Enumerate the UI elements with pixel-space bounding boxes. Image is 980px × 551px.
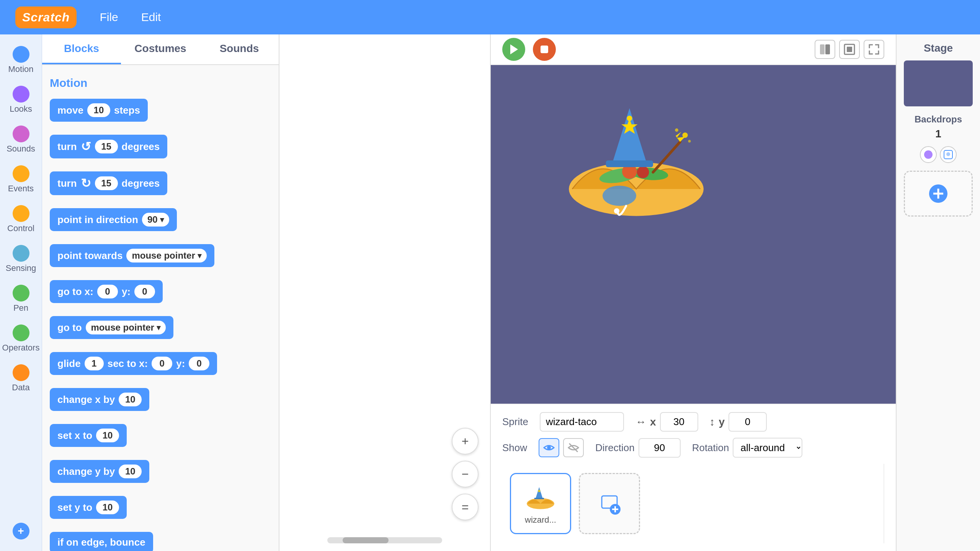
- sidebar-item-pen[interactable]: Pen: [2, 281, 40, 317]
- block-glide-sec-label: sec to x:: [108, 358, 148, 370]
- category-sidebar: Motion Looks Sounds Events Control Sensi…: [0, 34, 42, 551]
- zoom-out-button[interactable]: −: [452, 461, 479, 487]
- block-goto-xy-label: go to x:: [57, 286, 93, 298]
- block-change-x[interactable]: change x by: [50, 388, 149, 411]
- block-goto-label: go to: [57, 322, 82, 334]
- horizontal-scrollbar[interactable]: [327, 537, 442, 543]
- svg-marker-25: [536, 487, 542, 498]
- sidebar-item-operators[interactable]: Operators: [2, 321, 40, 357]
- block-point-towards[interactable]: point towards mouse pointer: [50, 244, 214, 267]
- stage-fullscreen-btn[interactable]: [864, 40, 884, 59]
- stage-panel: Sprite ↔ x ↕ y Show: [490, 34, 896, 551]
- block-set-x-label: set x to: [57, 430, 92, 442]
- sidebar-item-events[interactable]: Events: [2, 161, 40, 197]
- y-label: y: [719, 416, 725, 428]
- rotation-label: Rotation: [692, 442, 729, 454]
- block-set-y[interactable]: set y to: [50, 496, 127, 519]
- scrollbar-thumb: [343, 537, 389, 543]
- blocks-list: Motion move steps turn ↺ degrees: [42, 65, 279, 551]
- sidebar-item-data[interactable]: Data: [2, 360, 40, 396]
- show-visible-btn[interactable]: [539, 438, 559, 457]
- block-turn-right[interactable]: turn ↻ degrees: [50, 171, 167, 195]
- backdrop-photo-btn[interactable]: [940, 146, 957, 163]
- block-glide-y[interactable]: [189, 357, 209, 370]
- x-value-input[interactable]: [660, 412, 698, 432]
- block-goto-y-value[interactable]: [134, 285, 155, 298]
- x-coord-group: ↔ x: [635, 412, 698, 432]
- menu-file[interactable]: File: [100, 11, 118, 24]
- block-glide-label: glide: [57, 358, 81, 370]
- stage-layout-btn2[interactable]: [839, 40, 860, 59]
- block-glide[interactable]: glide sec to x: y:: [50, 352, 217, 375]
- svg-rect-2: [820, 44, 825, 54]
- svg-point-20: [688, 140, 691, 143]
- right-sidebar: Stage Backdrops 1: [896, 34, 980, 551]
- block-set-y-value[interactable]: [96, 500, 119, 514]
- sprite-thumb-wizard[interactable]: wizard...: [510, 473, 571, 534]
- block-glide-x[interactable]: [152, 357, 172, 370]
- sidebar-label-sensing: Sensing: [6, 263, 36, 273]
- show-label: Show: [502, 442, 527, 454]
- add-sprite-button[interactable]: [579, 473, 640, 534]
- block-set-x-value[interactable]: [96, 429, 119, 442]
- svg-point-22: [547, 446, 551, 450]
- block-turn-left-value[interactable]: [95, 140, 118, 153]
- x-label: x: [650, 416, 656, 428]
- block-goto-dropdown[interactable]: mouse pointer: [86, 321, 166, 334]
- x-coord-icon: ↔: [635, 416, 646, 428]
- direction-input[interactable]: [639, 438, 681, 458]
- green-flag-button[interactable]: [502, 38, 525, 61]
- main-layout: Motion Looks Sounds Events Control Sensi…: [0, 34, 980, 551]
- block-change-y-value[interactable]: [119, 465, 142, 478]
- sprite-area-wrap: wizard...: [502, 464, 884, 543]
- tab-blocks[interactable]: Blocks: [42, 34, 121, 64]
- block-turn-right-label: turn: [57, 178, 77, 189]
- block-move-steps[interactable]: move steps: [50, 99, 148, 122]
- stage-view-buttons: [815, 40, 884, 59]
- show-hidden-btn[interactable]: [563, 438, 584, 457]
- sidebar-item-sensing[interactable]: Sensing: [2, 241, 40, 277]
- sidebar-item-looks[interactable]: Looks: [2, 82, 40, 118]
- sidebar-item-control[interactable]: Control: [2, 201, 40, 237]
- block-if-on-edge[interactable]: if on edge, bounce: [50, 532, 153, 551]
- block-goto-x-value[interactable]: [97, 285, 118, 298]
- sprite-name-input[interactable]: [540, 412, 624, 432]
- add-extension-button[interactable]: +: [2, 519, 40, 543]
- rotation-select[interactable]: all-around left-right don't rotate: [733, 438, 802, 458]
- block-go-to-xy[interactable]: go to x: y:: [50, 280, 163, 303]
- blocks-section-title: Motion: [50, 77, 271, 90]
- block-point-dir-dropdown[interactable]: 90: [142, 213, 169, 227]
- stage-layout-btn1[interactable]: [815, 40, 835, 59]
- block-glide-sec[interactable]: [85, 357, 104, 370]
- sidebar-label-sounds: Sounds: [7, 144, 35, 154]
- tab-costumes[interactable]: Costumes: [121, 34, 200, 64]
- backdrop-paint-btn[interactable]: [920, 146, 937, 163]
- add-backdrop-button[interactable]: [904, 171, 973, 217]
- fit-button[interactable]: =: [452, 494, 479, 520]
- zoom-in-button[interactable]: +: [452, 428, 479, 455]
- stage-mini-preview[interactable]: [904, 60, 973, 106]
- menu-edit[interactable]: Edit: [141, 11, 161, 24]
- script-area[interactable]: + − =: [279, 34, 490, 551]
- block-go-to[interactable]: go to mouse pointer: [50, 316, 173, 339]
- block-point-direction[interactable]: point in direction 90: [50, 208, 177, 231]
- y-value-input[interactable]: [728, 412, 767, 432]
- block-turn-left[interactable]: turn ↺ degrees: [50, 135, 167, 158]
- stage-label: Stage: [924, 42, 953, 54]
- sidebar-item-sounds[interactable]: Sounds: [2, 122, 40, 158]
- sprite-thumbnails: wizard...: [510, 469, 876, 538]
- stop-button[interactable]: [533, 38, 556, 61]
- tab-sounds[interactable]: Sounds: [200, 34, 279, 64]
- block-glide-y-label: y:: [176, 358, 185, 370]
- block-turn-right-value[interactable]: [95, 176, 118, 190]
- block-change-y[interactable]: change y by: [50, 460, 149, 483]
- svg-rect-26: [534, 498, 544, 499]
- block-move-value[interactable]: [87, 103, 110, 117]
- sidebar-item-motion[interactable]: Motion: [2, 42, 40, 78]
- svg-point-19: [675, 129, 678, 132]
- block-point-towards-dropdown[interactable]: mouse pointer: [126, 249, 206, 262]
- svg-point-18: [683, 132, 688, 138]
- scratch-logo[interactable]: Scratch: [15, 7, 77, 28]
- block-change-x-value[interactable]: [119, 393, 142, 406]
- block-set-x[interactable]: set x to: [50, 424, 127, 447]
